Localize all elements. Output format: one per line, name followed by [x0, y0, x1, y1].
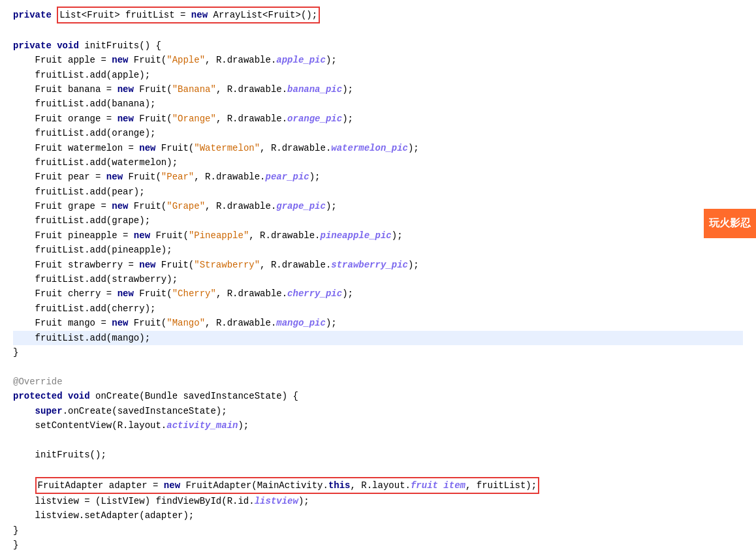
- code-line-3: private void initFruits() {: [13, 38, 743, 53]
- code-line-blank-3: [13, 433, 743, 447]
- code-line-10: Fruit watermelon = new Fruit("Watermelon…: [13, 141, 743, 155]
- code-line-7: fruitList.add(banana);: [13, 97, 743, 111]
- boxed-declaration: List<Fruit> fruitList = new ArrayList<Fr…: [57, 7, 320, 23]
- code-container: private List<Fruit> fruitList = new Arra…: [0, 0, 756, 554]
- code-line-26: @Override: [13, 375, 743, 389]
- code-line-11: fruitList.add(watermelon);: [13, 155, 743, 170]
- code-line-37: }: [13, 538, 743, 552]
- code-line-20: Fruit cherry = new Fruit("Cherry", R.dra…: [13, 286, 743, 301]
- code-line-blank-2: [13, 360, 743, 374]
- keyword-new: new: [191, 10, 208, 20]
- code-line-12: Fruit pear = new Fruit("Pear", R.drawabl…: [13, 170, 743, 184]
- code-line-36: }: [13, 523, 743, 538]
- code-line-35: listview.setAdapter(adapter);: [13, 508, 743, 523]
- code-line-13: fruitList.add(pear);: [13, 185, 743, 199]
- code-line-31: initFruits();: [13, 448, 743, 462]
- code-line-29: setContentView(R.layout.activity_main);: [13, 418, 743, 433]
- code-line-14: Fruit grape = new Fruit("Grape", R.drawa…: [13, 199, 743, 213]
- code-line-15: fruitList.add(grape);: [13, 213, 743, 228]
- code-line-22: Fruit mango = new Fruit("Mango", R.drawa…: [13, 316, 743, 330]
- code-line-17: fruitList.add(pineapple);: [13, 243, 743, 257]
- code-line-27: protected void onCreate(Bundle savedInst…: [13, 389, 743, 403]
- code-line-blank-1: [13, 23, 743, 38]
- code-line-blank-4: [13, 462, 743, 476]
- code-line-1: private List<Fruit> fruitList = new Arra…: [13, 7, 743, 23]
- sidebar-advertisement[interactable]: 玩火影忍: [704, 209, 756, 238]
- code-line-4: Fruit apple = new Fruit("Apple", R.drawa…: [13, 53, 743, 67]
- code-line-18: Fruit strawberry = new Fruit("Strawberry…: [13, 258, 743, 272]
- code-line-9: fruitList.add(orange);: [13, 126, 743, 140]
- code-line-21: fruitList.add(cherry);: [13, 301, 743, 316]
- boxed-adapter-line: FruitAdapter adapter = new FruitAdapter(…: [35, 477, 540, 494]
- code-line-8: Fruit orange = new Fruit("Orange", R.dra…: [13, 112, 743, 126]
- code-line-6: Fruit banana = new Fruit("Banana", R.dra…: [13, 82, 743, 97]
- code-line-19: fruitList.add(strawberry);: [13, 272, 743, 286]
- code-line-23: fruitList.add(mango);: [13, 331, 743, 345]
- code-line-28: super.onCreate(savedInstanceState);: [13, 404, 743, 418]
- code-line-5: fruitList.add(apple);: [13, 68, 743, 82]
- code-line-34: listview = (ListVIew) findViewById(R.id.…: [13, 494, 743, 508]
- code-line-16: Fruit pineapple = new Fruit("Pineapple",…: [13, 228, 743, 243]
- code-line-24: }: [13, 345, 743, 360]
- code-line-33: FruitAdapter adapter = new FruitAdapter(…: [13, 477, 743, 494]
- keyword-private: private: [13, 10, 57, 20]
